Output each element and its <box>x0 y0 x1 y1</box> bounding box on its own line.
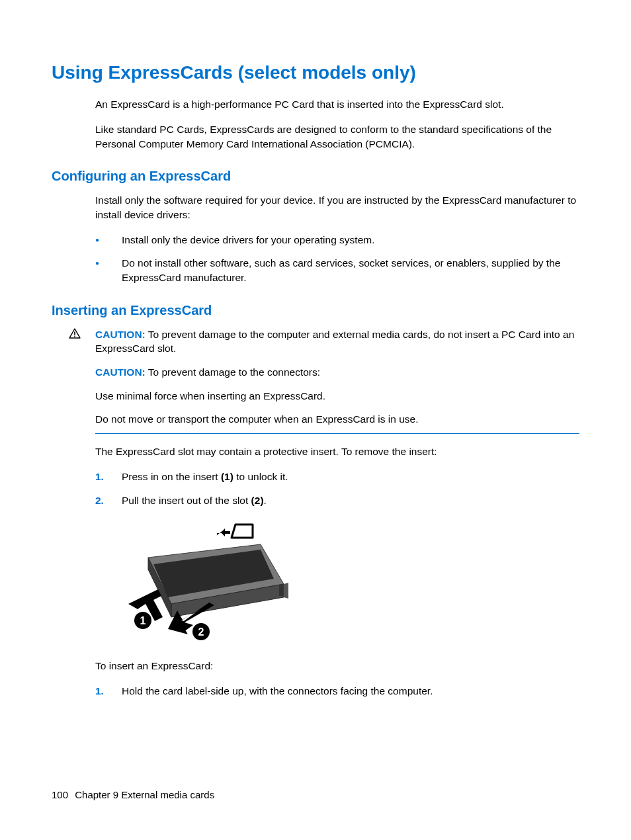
list-item: 1. Press in on the insert (1) to unlock … <box>95 470 579 484</box>
step-text: Pull the insert out of the slot <box>122 495 251 506</box>
caution-text: To prevent damage to the computer and ex… <box>95 329 574 355</box>
caution-label: CAUTION: <box>95 366 146 378</box>
page-footer: 100 Chapter 9 External media cards <box>52 788 214 802</box>
step-number: 1. <box>95 684 104 698</box>
step-bold: (2) <box>251 495 264 506</box>
list-item: Do not install other software, such as c… <box>95 256 579 284</box>
caution-label: CAUTION: <box>95 329 146 340</box>
section-heading-configure: Configuring an ExpressCard <box>52 167 579 185</box>
step-text: . <box>264 495 267 506</box>
svg-text:1: 1 <box>140 615 146 626</box>
svg-rect-0 <box>74 331 75 335</box>
expresscard-figure: 1 2 <box>122 518 579 648</box>
caution-text: To prevent damage to the connectors: <box>148 366 320 378</box>
list-item: Install only the device drivers for your… <box>95 233 579 247</box>
svg-rect-2 <box>279 585 283 596</box>
remove-insert-paragraph: The ExpressCard slot may contain a prote… <box>95 444 579 459</box>
caution-icon <box>69 328 81 343</box>
step-text: Press in on the insert <box>122 471 221 482</box>
step-number: 2. <box>95 493 104 508</box>
insert-intro-paragraph: To insert an ExpressCard: <box>95 659 579 673</box>
section-heading-insert: Inserting an ExpressCard <box>52 301 579 319</box>
page-number: 100 <box>52 789 68 800</box>
list-item: 1. Hold the card label-side up, with the… <box>95 684 579 698</box>
caution-line: Do not move or transport the computer wh… <box>95 412 579 427</box>
intro-paragraph-2: Like standard PC Cards, ExpressCards are… <box>95 122 579 151</box>
chapter-label: Chapter 9 External media cards <box>75 789 214 800</box>
step-text: Hold the card label-side up, with the co… <box>122 685 433 696</box>
svg-rect-1 <box>74 335 75 337</box>
step-bold: (1) <box>221 471 233 482</box>
configure-paragraph: Install only the software required for y… <box>95 193 579 222</box>
configure-bullet-list: Install only the device drivers for your… <box>95 233 579 285</box>
svg-text:2: 2 <box>198 626 204 638</box>
remove-insert-steps: 1. Press in on the insert (1) to unlock … <box>95 470 579 507</box>
list-item: 2. Pull the insert out of the slot (2). <box>95 493 579 508</box>
intro-paragraph-1: An ExpressCard is a high-performance PC … <box>95 97 579 112</box>
step-number: 1. <box>95 470 104 484</box>
caution-line: Use minimal force when inserting an Expr… <box>95 389 579 403</box>
insert-steps: 1. Hold the card label-side up, with the… <box>95 684 579 698</box>
page-title: Using ExpressCards (select models only) <box>52 60 579 85</box>
caution-block: CAUTION: To prevent damage to the comput… <box>95 327 579 434</box>
step-text: to unlock it. <box>233 471 288 482</box>
